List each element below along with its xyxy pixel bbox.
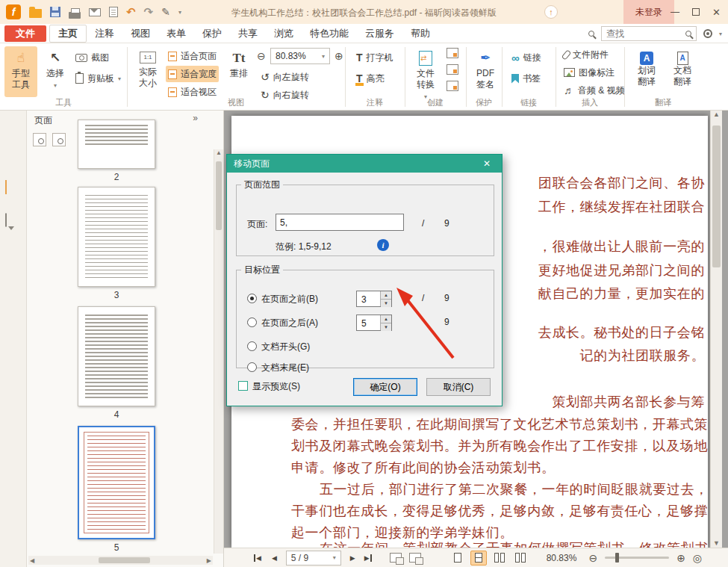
select-tool-button[interactable]: ↖ 选择 ▾ bbox=[40, 46, 70, 97]
attachment-button[interactable]: 文件附件 bbox=[561, 46, 611, 63]
thumbnails-hscrollbar[interactable]: ◀ ▶ bbox=[28, 556, 213, 565]
page-indicator[interactable]: 5 / 9 ▾ bbox=[286, 551, 341, 566]
save-icon[interactable] bbox=[50, 7, 60, 17]
radio-doc-end-icon[interactable] bbox=[247, 362, 257, 372]
find-input[interactable] bbox=[606, 28, 681, 39]
reflow-button[interactable]: Tt 重排 bbox=[224, 46, 254, 97]
rotate-left-button[interactable]: ↺ 向左旋转 bbox=[258, 69, 311, 85]
create-mini-icon[interactable] bbox=[447, 81, 458, 91]
search-doc-icon[interactable] bbox=[588, 31, 594, 37]
scroll-up-icon[interactable]: ▲ bbox=[216, 149, 222, 156]
undo-icon[interactable]: ↶ bbox=[126, 5, 136, 19]
radio-doc-start[interactable]: 文档开头(G) bbox=[247, 341, 310, 353]
gear-icon[interactable] bbox=[703, 29, 712, 38]
create-mini-icon[interactable] bbox=[447, 48, 458, 58]
tab-share[interactable]: 共享 bbox=[230, 25, 266, 42]
toolbar-dropdown-caret-icon[interactable]: ▾ bbox=[178, 9, 181, 16]
thumbnail-page-5[interactable] bbox=[78, 426, 155, 539]
scrollbar-thumb[interactable] bbox=[99, 557, 150, 563]
zoom-in-button[interactable]: ⊕ bbox=[676, 552, 685, 564]
tab-view[interactable]: 视图 bbox=[122, 25, 158, 42]
redo-icon[interactable]: ↷ bbox=[144, 5, 154, 19]
radio-after-page[interactable]: 在页面之后(A) bbox=[247, 317, 318, 329]
scroll-up-icon[interactable]: ▲ bbox=[713, 111, 720, 118]
scroll-down-icon[interactable]: ▼ bbox=[711, 539, 722, 547]
next-view-button[interactable] bbox=[409, 553, 421, 563]
thumbnails-vscrollbar[interactable]: ▲ bbox=[214, 149, 223, 554]
thumbnail-zoom-in-icon[interactable] bbox=[52, 133, 66, 146]
scroll-left-icon[interactable]: ◀ bbox=[30, 557, 34, 564]
fit-width-button[interactable]: 适合宽度 bbox=[166, 66, 219, 82]
book-view-button[interactable] bbox=[512, 551, 529, 566]
zoom-combobox[interactable]: 80.83% ▾ bbox=[270, 48, 330, 64]
spinner-down-button[interactable]: ▼ bbox=[381, 300, 391, 307]
thumbnail-page-3[interactable] bbox=[78, 187, 155, 287]
ok-button[interactable]: 确定(O) bbox=[353, 378, 417, 396]
preview-checkbox-icon[interactable] bbox=[238, 381, 248, 391]
zoom-in-button[interactable]: ⊕ bbox=[335, 50, 343, 62]
tab-features[interactable]: 特色功能 bbox=[302, 25, 357, 42]
page-range-input[interactable] bbox=[276, 214, 404, 231]
radio-doc-start-icon[interactable] bbox=[247, 341, 257, 351]
fit-page-button[interactable]: 适合页面 bbox=[166, 48, 219, 64]
document-vscrollbar[interactable]: ▲ ▼ bbox=[710, 111, 722, 548]
spinner-up-button[interactable]: ▲ bbox=[381, 315, 391, 323]
open-file-icon[interactable] bbox=[29, 9, 42, 18]
last-page-button[interactable]: ▶ bbox=[364, 554, 372, 562]
tab-form[interactable]: 表单 bbox=[158, 25, 194, 42]
close-button[interactable]: ✕ bbox=[712, 7, 721, 18]
zoom-out-button[interactable]: ⊖ bbox=[257, 50, 266, 62]
typewriter-button[interactable]: T 打字机 bbox=[354, 49, 396, 66]
audio-video-button[interactable]: ♬ 音频 & 视频 bbox=[561, 82, 627, 99]
radio-before-icon[interactable] bbox=[247, 294, 257, 303]
image-annotation-button[interactable]: 图像标注 bbox=[561, 64, 617, 81]
gear-dropdown-caret-icon[interactable]: ▾ bbox=[719, 31, 722, 37]
single-page-view-button[interactable] bbox=[449, 551, 466, 566]
link-button[interactable]: ∞ 链接 bbox=[509, 49, 544, 66]
preview-checkbox[interactable]: 显示预览(S) bbox=[238, 380, 300, 393]
dialog-titlebar[interactable]: 移动页面 ✕ bbox=[227, 155, 502, 173]
info-icon[interactable]: i bbox=[377, 239, 389, 251]
radio-after-icon[interactable] bbox=[247, 317, 257, 327]
radio-doc-end[interactable]: 文档末尾(E) bbox=[247, 362, 309, 374]
word-translate-button[interactable]: A 划词翻译 bbox=[630, 46, 663, 97]
spinner-up-button[interactable]: ▲ bbox=[381, 291, 391, 300]
minimize-button[interactable]: — bbox=[671, 7, 679, 17]
spinner-before[interactable]: 3 ▲▼ bbox=[356, 291, 392, 307]
zoom-slider-handle[interactable] bbox=[615, 553, 619, 563]
zoom-slider[interactable] bbox=[605, 557, 669, 559]
continuous-view-button[interactable] bbox=[470, 551, 487, 566]
snapshot-button[interactable]: 截图 bbox=[73, 49, 111, 66]
next-page-button[interactable]: ▶ bbox=[350, 554, 355, 562]
highlight-button[interactable]: T 高亮 bbox=[354, 70, 387, 87]
print-icon[interactable] bbox=[69, 12, 81, 19]
actual-size-button[interactable]: 1:1 实际大小 bbox=[131, 46, 164, 97]
scrollbar-thumb[interactable] bbox=[216, 161, 222, 230]
spinner-after[interactable]: 5 ▲▼ bbox=[356, 315, 392, 331]
bookmark-button[interactable]: 书签 bbox=[509, 70, 543, 87]
facing-view-button[interactable] bbox=[491, 551, 508, 566]
radio-before-page[interactable]: 在页面之前(B) bbox=[247, 293, 318, 306]
thumbnail-zoom-out-icon[interactable] bbox=[33, 133, 46, 146]
create-mini-icon[interactable] bbox=[447, 64, 458, 75]
scrollbar-thumb[interactable] bbox=[712, 126, 721, 267]
file-menu-button[interactable]: 文件 bbox=[4, 25, 46, 42]
highlighter-pen-icon[interactable]: ✎ bbox=[161, 6, 170, 18]
thumbnail-page-4[interactable] bbox=[78, 306, 155, 406]
convert-button[interactable]: ⇄ 文件转换 ▾ bbox=[409, 46, 442, 97]
document-icon[interactable] bbox=[109, 7, 118, 17]
prev-view-button[interactable] bbox=[390, 553, 402, 563]
clipboard-button[interactable]: 剪贴板 ▾ bbox=[73, 70, 123, 87]
fit-screen-button[interactable]: ◎ bbox=[693, 552, 702, 564]
prev-page-button[interactable]: ◀ bbox=[272, 554, 277, 562]
scroll-right-icon[interactable]: ▶ bbox=[207, 557, 211, 564]
thumbnail-page-2[interactable] bbox=[78, 120, 155, 169]
zoom-out-button[interactable]: ⊖ bbox=[588, 552, 597, 564]
comments-panel-icon[interactable] bbox=[5, 214, 22, 230]
tab-help[interactable]: 帮助 bbox=[402, 25, 438, 42]
panel-collapse-icon[interactable]: » bbox=[193, 113, 198, 123]
tab-browse[interactable]: 浏览 bbox=[266, 25, 302, 42]
spinner-down-button[interactable]: ▼ bbox=[381, 323, 391, 331]
first-page-button[interactable]: ◀ bbox=[254, 554, 261, 562]
bookmarks-panel-icon[interactable] bbox=[5, 145, 22, 161]
